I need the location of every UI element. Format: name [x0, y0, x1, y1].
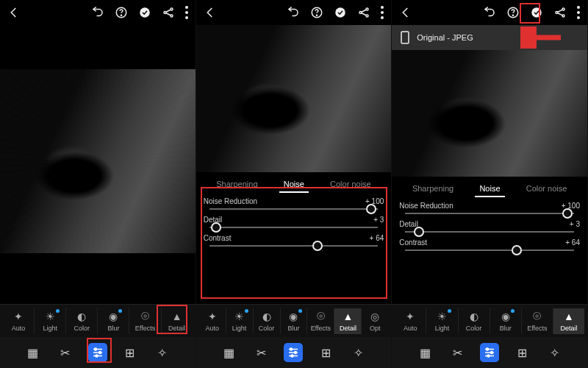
tab-color-noise[interactable]: Color noise — [522, 181, 572, 197]
svg-point-14 — [336, 7, 346, 18]
svg-point-10 — [98, 352, 101, 354]
film-icon[interactable]: ▦ — [219, 343, 238, 362]
svg-point-6 — [185, 6, 188, 9]
screen-3: Original - JPEG Sharpening Noise Color n… — [392, 0, 588, 368]
tool-light[interactable]: ☀Light — [226, 308, 254, 334]
detail-icon: ▲ — [564, 311, 574, 322]
image-area[interactable] — [196, 25, 392, 172]
crop-icon[interactable]: ✂ — [251, 343, 270, 362]
heal-icon[interactable]: ✧ — [153, 343, 172, 362]
help-icon[interactable] — [310, 6, 323, 19]
slider-noise-reduction[interactable]: Noise Reduction+ 100 — [399, 202, 580, 214]
tool-effects[interactable]: ⦾Effects — [307, 308, 334, 334]
presets-icon[interactable]: ⊞ — [316, 343, 335, 362]
tool-auto[interactable]: ✦Auto — [199, 308, 226, 334]
tool-auto[interactable]: ✦Auto — [395, 308, 426, 334]
auto-icon: ✦ — [208, 311, 217, 322]
svg-point-8 — [185, 16, 188, 19]
back-icon[interactable] — [399, 6, 412, 19]
tool-color[interactable]: ◐Color — [66, 308, 98, 334]
svg-point-4 — [171, 8, 173, 10]
tab-sharpening[interactable]: Sharpening — [408, 181, 458, 197]
tool-strip: ✦Auto ☀Light ◐Color ◉Blur ⦾Effects ▲Deta… — [196, 304, 392, 337]
auto-icon: ✦ — [406, 311, 415, 322]
tool-light[interactable]: ☀Light — [35, 308, 66, 334]
svg-point-27 — [556, 12, 558, 14]
slider-detail[interactable]: Detail+ 3 — [204, 216, 384, 228]
back-icon[interactable] — [7, 6, 21, 19]
film-icon[interactable]: ▦ — [24, 343, 43, 362]
svg-point-23 — [291, 355, 293, 357]
svg-point-26 — [531, 7, 542, 18]
svg-point-30 — [577, 6, 580, 9]
tab-color-noise[interactable]: Color noise — [326, 177, 376, 193]
tool-light[interactable]: ☀Light — [426, 308, 458, 334]
tool-blur[interactable]: ◉Blur — [281, 308, 308, 334]
tool-detail[interactable]: ▲Detail — [553, 308, 584, 334]
crop-icon[interactable]: ✂ — [448, 343, 467, 362]
tab-noise[interactable]: Noise — [475, 181, 504, 197]
slider-contrast[interactable]: Contrast+ 64 — [204, 234, 384, 247]
apply-icon[interactable] — [138, 6, 151, 19]
apply-icon[interactable] — [530, 6, 543, 19]
tool-detail[interactable]: ▲Detail — [334, 308, 362, 334]
svg-point-11 — [96, 355, 98, 357]
share-icon[interactable] — [553, 6, 567, 19]
blur-icon: ◉ — [109, 311, 118, 322]
svg-point-32 — [577, 16, 580, 19]
more-icon[interactable] — [185, 6, 188, 19]
crop-icon[interactable]: ✂ — [56, 343, 75, 362]
slider-detail[interactable]: Detail+ 3 — [399, 220, 580, 233]
svg-point-22 — [295, 352, 297, 354]
bottom-bar: ▦ ✂ ⊞ ✧ — [196, 337, 392, 368]
image-area[interactable] — [0, 25, 196, 253]
tool-optics[interactable]: ◎Opt — [362, 308, 388, 334]
slider-contrast[interactable]: Contrast+ 64 — [399, 238, 580, 251]
more-icon[interactable] — [577, 6, 580, 19]
tab-noise[interactable]: Noise — [279, 177, 309, 193]
adjust-icon[interactable] — [88, 343, 107, 362]
undo-icon[interactable] — [287, 6, 300, 19]
image-area[interactable] — [392, 50, 587, 177]
share-icon[interactable] — [162, 6, 175, 19]
svg-point-28 — [562, 8, 564, 10]
presets-icon[interactable]: ⊞ — [512, 343, 531, 362]
detail-panel: Sharpening Noise Color noise Noise Reduc… — [196, 172, 392, 255]
heal-icon[interactable]: ✧ — [545, 343, 564, 362]
heal-icon[interactable]: ✧ — [348, 343, 368, 362]
help-icon[interactable] — [115, 6, 128, 19]
share-icon[interactable] — [357, 6, 370, 19]
svg-point-16 — [366, 8, 368, 10]
tool-blur[interactable]: ◉Blur — [98, 308, 129, 334]
topbar — [0, 0, 196, 25]
undo-icon[interactable] — [483, 6, 496, 19]
tool-effects[interactable]: ⦾Effects — [522, 308, 553, 334]
apply-icon[interactable] — [334, 6, 347, 19]
tool-blur[interactable]: ◉Blur — [490, 308, 522, 334]
adjust-icon[interactable] — [284, 343, 303, 362]
tab-sharpening[interactable]: Sharpening — [212, 177, 262, 193]
more-icon[interactable] — [381, 6, 384, 19]
detail-panel: Sharpening Noise Color noise Noise Reduc… — [392, 177, 587, 260]
tool-effects[interactable]: ⦾Effects — [129, 308, 161, 334]
topbar — [392, 0, 587, 25]
film-icon[interactable]: ▦ — [415, 343, 434, 362]
svg-point-17 — [366, 15, 368, 17]
back-icon[interactable] — [204, 6, 217, 19]
tool-strip: ✦Auto ☀Light ◐Color ◉Blur ⦾Effects ▲Deta… — [392, 304, 587, 337]
presets-icon[interactable]: ⊞ — [121, 343, 140, 362]
adjust-icon[interactable] — [480, 343, 499, 362]
undo-icon[interactable] — [91, 6, 104, 19]
slider-noise-reduction[interactable]: Noise Reduction+ 100 — [204, 197, 384, 210]
color-icon: ◐ — [470, 311, 478, 322]
svg-point-7 — [185, 11, 188, 14]
tool-detail[interactable]: ▲Detail — [162, 308, 193, 334]
detail-icon: ▲ — [343, 311, 353, 322]
help-icon[interactable] — [506, 6, 520, 19]
tool-color[interactable]: ◐Color — [459, 308, 490, 334]
edited-photo — [392, 50, 587, 177]
svg-point-35 — [491, 352, 493, 354]
svg-point-29 — [562, 15, 564, 17]
tool-auto[interactable]: ✦Auto — [3, 308, 35, 334]
tool-color[interactable]: ◐Color — [254, 308, 281, 334]
